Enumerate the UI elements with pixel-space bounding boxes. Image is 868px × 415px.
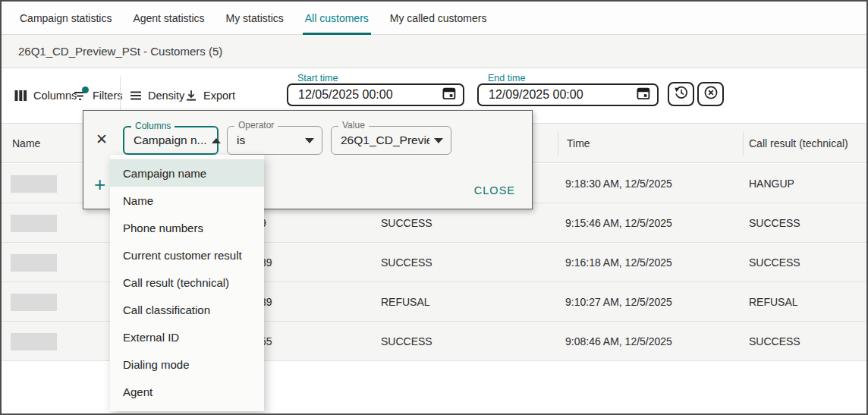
redacted-name-placeholder [11, 215, 57, 232]
calendar-icon[interactable] [637, 86, 650, 103]
columns-dropdown-menu: Campaign name Name Phone numbers Current… [110, 155, 264, 411]
column-separator[interactable] [558, 131, 558, 156]
filters-button[interactable]: Filters [74, 86, 122, 105]
redacted-name-placeholder [11, 254, 57, 272]
filter-operator-select-label: Operator [234, 120, 278, 130]
tab-my-statistics[interactable]: My statistics [215, 2, 294, 34]
cell-call-result: SUCCESS [749, 217, 800, 229]
close-filter-panel-button[interactable]: CLOSE [474, 184, 515, 196]
filter-value-select-value: 26Q1_CD_Preview... [341, 134, 429, 147]
cell-customer-result: SUCCESS [381, 256, 432, 269]
menu-item-campaign-name[interactable]: Campaign name [110, 159, 264, 187]
menu-item-name[interactable]: Name [110, 187, 264, 214]
cell-call-result: HANGUP [749, 178, 794, 190]
column-header-name[interactable]: Name [12, 124, 40, 163]
menu-item-external-id[interactable]: External ID [110, 323, 264, 351]
cell-customer-result: REFUSAL [381, 296, 430, 308]
export-button-label: Export [203, 90, 235, 102]
app-window: Campaign statistics Agent statistics My … [0, 0, 868, 415]
export-button[interactable]: Export [185, 86, 235, 105]
tab-all-customers[interactable]: All customers [294, 2, 379, 34]
density-button[interactable]: Density [130, 86, 184, 105]
filter-icon [74, 90, 86, 102]
menu-item-call-classification[interactable]: Call classification [110, 296, 264, 323]
chevron-down-icon [305, 138, 314, 143]
start-time-value: 12/05/2025 00:00 [298, 88, 393, 102]
menu-item-phone-numbers[interactable]: Phone numbers [110, 214, 264, 241]
cell-call-result: REFUSAL [749, 296, 798, 308]
page-title: 26Q1_CD_Preview_PSt - Customers (5) [18, 45, 222, 58]
export-download-icon [185, 90, 197, 102]
filter-operator-select-value: is [237, 134, 245, 147]
calendar-icon[interactable] [442, 86, 456, 103]
column-header-call-result[interactable]: Call result (technical) [749, 124, 848, 163]
density-button-label: Density [148, 90, 184, 102]
add-filter-button[interactable]: + [94, 174, 105, 194]
menu-item-agent[interactable]: Agent [110, 378, 264, 405]
tab-bar: Campaign statistics Agent statistics My … [2, 2, 866, 35]
filters-button-label: Filters [93, 90, 122, 102]
redacted-name-placeholder [11, 175, 57, 193]
filter-active-badge [82, 86, 89, 93]
history-icon [674, 85, 689, 103]
cancel-button[interactable] [697, 82, 724, 106]
column-separator[interactable] [743, 131, 744, 156]
filter-columns-select-value: Campaign n... [134, 134, 207, 147]
end-time-label: End time [488, 73, 525, 83]
filter-columns-select-label: Columns [131, 121, 175, 131]
filter-value-select-label: Value [338, 120, 369, 130]
columns-icon [14, 90, 27, 102]
tab-agent-statistics[interactable]: Agent statistics [122, 2, 215, 34]
menu-item-dialing-mode[interactable]: Dialing mode [110, 351, 264, 378]
cell-time: 9:08:46 AM, 12/5/2025 [565, 335, 672, 347]
cell-time: 9:15:46 AM, 12/5/2025 [565, 217, 672, 229]
end-time-field[interactable]: End time 12/09/2025 00:00 [477, 83, 659, 106]
columns-button[interactable]: Columns [14, 86, 77, 105]
end-time-value: 12/09/2025 00:00 [489, 88, 583, 102]
cell-customer-result: SUCCESS [381, 335, 432, 347]
cancel-circle-x-icon [703, 85, 719, 103]
cell-time: 9:10:27 AM, 12/5/2025 [565, 296, 672, 308]
cell-time: 9:18:30 AM, 12/5/2025 [565, 178, 672, 190]
tab-campaign-statistics[interactable]: Campaign statistics [9, 2, 122, 34]
history-button[interactable] [668, 82, 694, 106]
chevron-down-icon [434, 138, 443, 143]
filter-columns-select[interactable]: Columns Campaign n... [123, 126, 219, 155]
redacted-name-placeholder [11, 333, 57, 351]
start-time-field[interactable]: Start time 12/05/2025 00:00 [287, 83, 464, 106]
close-icon[interactable]: ✕ [96, 132, 108, 146]
density-icon [130, 90, 142, 102]
redacted-name-placeholder [11, 294, 57, 311]
title-bar: 26Q1_CD_Preview_PSt - Customers (5) [2, 35, 866, 68]
tab-my-called-customers[interactable]: My called customers [379, 2, 498, 34]
menu-item-call-result-technical[interactable]: Call result (technical) [110, 269, 264, 296]
cell-time: 9:16:18 AM, 12/5/2025 [565, 256, 672, 269]
start-time-label: Start time [297, 73, 338, 83]
chevron-up-icon [212, 138, 221, 143]
toolbar-divider [120, 77, 121, 112]
cell-customer-result: SUCCESS [381, 217, 432, 229]
filter-operator-select[interactable]: Operator is [227, 126, 322, 155]
columns-button-label: Columns [33, 90, 77, 102]
cell-call-result: SUCCESS [749, 256, 800, 269]
cell-call-result: SUCCESS [749, 335, 800, 347]
column-header-time[interactable]: Time [567, 124, 590, 163]
filter-value-select[interactable]: Value 26Q1_CD_Preview... [331, 126, 451, 155]
menu-item-current-customer-result[interactable]: Current customer result [110, 241, 264, 269]
